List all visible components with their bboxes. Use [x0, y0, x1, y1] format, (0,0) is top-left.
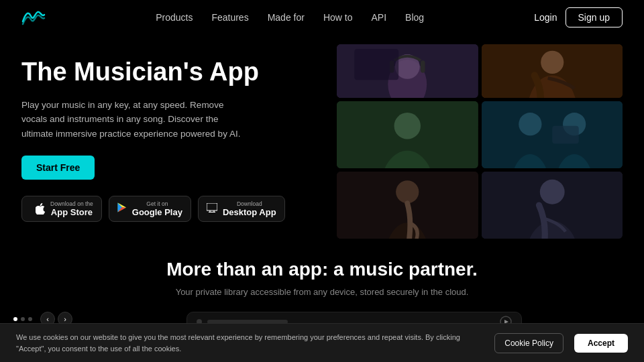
login-button[interactable]: Login — [534, 12, 557, 23]
svg-point-12 — [541, 51, 564, 74]
app-store-sub: Download on the — [50, 201, 93, 207]
photo-4 — [482, 101, 623, 168]
navbar: Products Features Made for How to API Bl… — [0, 0, 644, 35]
musician-photo-3 — [337, 101, 478, 168]
cookie-policy-button[interactable]: Cookie Policy — [494, 333, 564, 353]
store-buttons: Download on the App Store Get it on Go — [21, 196, 330, 222]
cookie-banner: We use cookies on our website to give yo… — [0, 323, 644, 362]
desktop-app-text: Download Desktop App — [223, 201, 276, 217]
hero-left: The Musician's App Play your music in an… — [21, 51, 330, 222]
svg-point-5 — [388, 60, 427, 98]
nav-products[interactable]: Products — [156, 12, 193, 23]
svg-point-27 — [539, 180, 564, 204]
svg-point-17 — [511, 154, 549, 168]
svg-rect-9 — [354, 49, 398, 80]
photo-grid — [337, 44, 623, 239]
bottom-title: More than an app: a music partner. — [13, 259, 631, 280]
accept-cookies-button[interactable]: Accept — [574, 334, 628, 353]
apple-logo-icon — [36, 203, 45, 215]
hero-title: The Musician's App — [21, 58, 330, 87]
nav-links: Products Features Made for How to API Bl… — [156, 12, 424, 23]
photo-2 — [482, 44, 623, 98]
google-play-icon — [117, 202, 127, 216]
musician-photo-5 — [337, 172, 478, 239]
svg-point-15 — [394, 113, 421, 139]
svg-point-20 — [563, 113, 586, 135]
hero-section: The Musician's App Play your music in an… — [0, 51, 644, 239]
desktop-app-name: Desktop App — [223, 208, 276, 217]
nav-api[interactable]: API — [371, 12, 386, 23]
svg-rect-8 — [421, 60, 425, 72]
google-play-name: Google Play — [132, 208, 182, 217]
logo[interactable] — [21, 8, 46, 27]
svg-point-23 — [385, 223, 429, 239]
svg-rect-25 — [482, 172, 623, 239]
svg-rect-4 — [337, 44, 478, 98]
carousel-dot-2[interactable] — [21, 317, 25, 321]
svg-point-14 — [381, 151, 434, 168]
google-play-button[interactable]: Get it on Google Play — [109, 196, 191, 222]
svg-point-18 — [519, 113, 541, 135]
photo-1 — [337, 44, 478, 98]
cookie-text: We use cookies on our website to give yo… — [16, 332, 484, 354]
app-store-name: App Store — [50, 208, 93, 217]
nav-features[interactable]: Features — [211, 12, 248, 23]
musician-photo-2 — [482, 44, 623, 98]
svg-rect-0 — [207, 203, 217, 210]
svg-rect-13 — [337, 101, 478, 168]
google-play-text: Get it on Google Play — [132, 201, 182, 217]
app-store-button[interactable]: Download on the App Store — [21, 196, 102, 222]
photo-6 — [482, 172, 623, 239]
google-play-sub: Get it on — [132, 201, 182, 207]
play-store-icon — [117, 202, 127, 213]
nav-auth: Login Sign up — [534, 7, 623, 27]
start-free-button[interactable]: Start Free — [21, 156, 95, 180]
svg-point-24 — [396, 180, 419, 203]
logo-icon — [21, 8, 46, 27]
monitor-icon — [207, 203, 217, 213]
photo-3 — [337, 101, 478, 168]
svg-rect-21 — [552, 126, 578, 143]
svg-rect-10 — [482, 44, 623, 98]
carousel-dots — [13, 317, 32, 321]
nav-blog[interactable]: Blog — [405, 12, 424, 23]
desktop-icon — [207, 203, 217, 215]
musician-photo-4 — [482, 101, 623, 168]
desktop-app-button[interactable]: Download Desktop App — [198, 196, 285, 222]
bottom-subtitle: Your private library accessible from any… — [13, 287, 631, 297]
desktop-app-sub: Download — [223, 201, 276, 207]
musician-photo-1 — [337, 44, 478, 98]
hero-description: Play your music in any key, at any speed… — [21, 98, 250, 141]
carousel-dot-1[interactable] — [13, 317, 17, 321]
svg-rect-22 — [337, 172, 478, 239]
svg-point-19 — [555, 154, 594, 168]
signup-button[interactable]: Sign up — [566, 7, 623, 27]
photo-5 — [337, 172, 478, 239]
svg-rect-16 — [482, 101, 623, 168]
svg-point-11 — [527, 76, 577, 98]
nav-how-to[interactable]: How to — [323, 12, 353, 23]
carousel-dot-3[interactable] — [28, 317, 32, 321]
svg-point-6 — [395, 54, 420, 79]
musician-photo-6 — [482, 172, 623, 239]
svg-rect-7 — [390, 60, 394, 72]
app-store-text: Download on the App Store — [50, 201, 93, 217]
nav-made-for[interactable]: Made for — [268, 12, 305, 23]
svg-point-26 — [525, 221, 578, 239]
